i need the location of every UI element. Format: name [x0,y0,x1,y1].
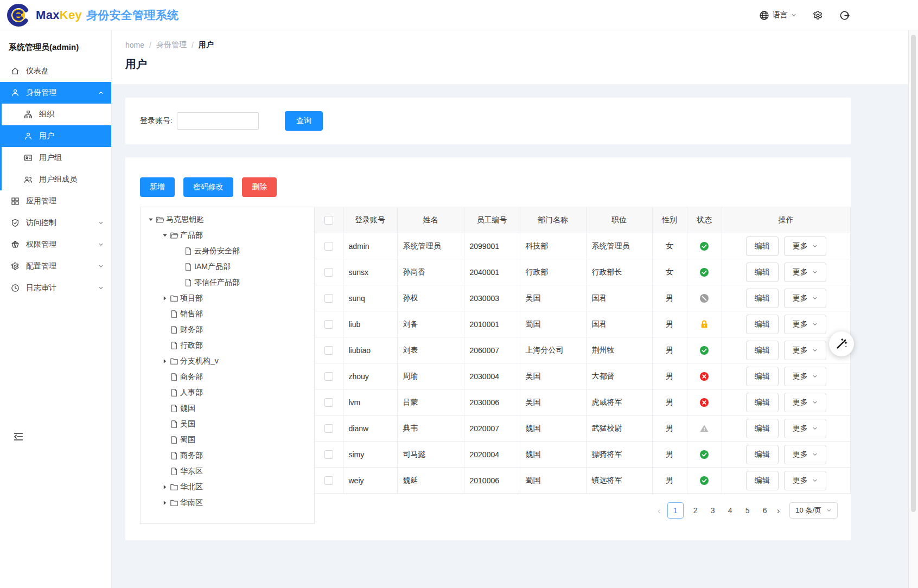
edit-button[interactable]: 编辑 [746,445,779,464]
sidebar-item-组织[interactable]: 组织 [2,104,111,125]
tree-node-华北区[interactable]: 华北区 [141,479,314,495]
prev-page-button[interactable]: ‹ [658,506,661,515]
sidebar-item-权限管理[interactable]: 权限管理 [0,234,111,255]
tree-node-分支机构_v[interactable]: 分支机构_v [141,353,314,369]
table-body: admin系统管理员2099001科技部系统管理员女编辑更多sunsx孙尚香20… [315,233,851,494]
next-page-button[interactable]: › [777,506,780,515]
edit-button[interactable]: 编辑 [746,367,779,386]
sidebar-item-用户[interactable]: 用户 [2,125,111,147]
breadcrumb-item[interactable]: home [125,41,144,49]
cell-actions: 编辑更多 [722,442,851,468]
more-button[interactable]: 更多 [784,289,826,308]
cell-name: 典韦 [397,416,464,442]
caret-right-icon[interactable] [160,500,170,506]
edit-button[interactable]: 编辑 [746,471,779,490]
row-checkbox[interactable] [324,476,333,485]
row-actions: 编辑更多 [722,419,851,438]
edit-button[interactable]: 编辑 [746,315,779,334]
page-number-4[interactable]: 4 [725,506,736,515]
tree-node-产品部[interactable]: 产品部 [141,227,314,243]
tree-node-华南区[interactable]: 华南区 [141,495,314,510]
more-button[interactable]: 更多 [784,445,826,464]
breadcrumb-item[interactable]: 身份管理 [156,40,187,50]
cell-employee_no: 2030003 [464,285,520,311]
file-icon [170,341,178,350]
row-checkbox[interactable] [324,268,333,277]
page-number-5[interactable]: 5 [742,506,753,515]
新增-button[interactable]: 新增 [140,177,175,197]
tree-node-财务部[interactable]: 财务部 [141,322,314,337]
page-size-select[interactable]: 10 条/页 [789,502,838,519]
logout-icon[interactable] [839,10,850,21]
sidebar-item-用户组成员[interactable]: 用户组成员 [2,169,111,190]
row-checkbox[interactable] [324,320,333,329]
table-row: simy司马懿2020004魏国骠骑将军男编辑更多 [315,442,851,468]
密码修改-button[interactable]: 密码修改 [183,177,233,197]
more-button[interactable]: 更多 [784,341,826,360]
tree-node-销售部[interactable]: 销售部 [141,306,314,322]
edit-button[interactable]: 编辑 [746,419,779,438]
tree-node-项目部[interactable]: 项目部 [141,290,314,306]
tree-node-云身份安全部[interactable]: 云身份安全部 [141,243,314,259]
more-button[interactable]: 更多 [784,393,826,412]
cell-login: weiy [343,468,397,494]
page-number-1[interactable]: 1 [667,502,684,519]
settings-gear-icon[interactable] [813,10,823,21]
row-checkbox[interactable] [324,346,333,355]
sidebar-item-用户组[interactable]: 用户组 [2,147,111,169]
caret-right-icon[interactable] [160,296,170,301]
sidebar-item-配置管理[interactable]: 配置管理 [0,255,111,277]
caret-right-icon[interactable] [160,484,170,490]
header-actions: 语言 [759,0,850,30]
row-checkbox[interactable] [324,294,333,303]
tree-node-人事部[interactable]: 人事部 [141,385,314,400]
edit-button[interactable]: 编辑 [746,263,779,282]
folder-icon [170,294,178,303]
more-button[interactable]: 更多 [784,419,826,438]
row-checkbox[interactable] [324,242,333,251]
sidebar-item-应用管理[interactable]: 应用管理 [0,190,111,212]
select-all-checkbox[interactable] [324,216,333,225]
tree-node-魏国[interactable]: 魏国 [141,400,314,416]
floating-assistant-button[interactable] [829,331,854,356]
more-button[interactable]: 更多 [784,471,826,490]
tree-node-马克思钥匙[interactable]: 马克思钥匙 [141,212,314,227]
tree-node-华东区[interactable]: 华东区 [141,463,314,479]
tree-node-商务部[interactable]: 商务部 [141,448,314,463]
more-button[interactable]: 更多 [784,237,826,256]
more-button[interactable]: 更多 [784,263,826,282]
row-checkbox[interactable] [324,424,333,433]
tree-node-零信任产品部[interactable]: 零信任产品部 [141,274,314,290]
row-checkbox[interactable] [324,372,333,381]
page-number-6[interactable]: 6 [760,506,770,515]
language-switcher[interactable]: 语言 [759,10,796,21]
edit-button[interactable]: 编辑 [746,393,779,412]
删除-button[interactable]: 删除 [242,177,277,197]
edit-button[interactable]: 编辑 [746,289,779,308]
query-button[interactable]: 查询 [285,111,323,131]
page-number-2[interactable]: 2 [690,506,701,515]
sidebar-item-访问控制[interactable]: 访问控制 [0,212,111,234]
tree-node-行政部[interactable]: 行政部 [141,337,314,353]
caret-right-icon[interactable] [160,359,170,364]
tree-node-蜀国[interactable]: 蜀国 [141,432,314,448]
more-button[interactable]: 更多 [784,315,826,334]
edit-button[interactable]: 编辑 [746,341,779,360]
caret-down-icon[interactable] [146,217,156,222]
more-button[interactable]: 更多 [784,367,826,386]
tree-node-IAM产品部[interactable]: IAM产品部 [141,259,314,274]
page-number-3[interactable]: 3 [707,506,718,515]
sidebar-item-仪表盘[interactable]: 仪表盘 [0,60,111,82]
sidebar-item-身份管理[interactable]: 身份管理 [2,82,111,104]
edit-button[interactable]: 编辑 [746,237,779,256]
caret-down-icon[interactable] [160,233,170,238]
row-actions: 编辑更多 [722,367,851,386]
login-account-input[interactable] [177,112,259,130]
scrollbar-thumb[interactable] [911,35,916,512]
sidebar-item-日志审计[interactable]: 日志审计 [0,277,111,299]
row-checkbox[interactable] [324,450,333,459]
menu-fold-icon[interactable] [13,431,24,442]
tree-node-吴国[interactable]: 吴国 [141,416,314,432]
tree-node-商务部[interactable]: 商务部 [141,369,314,385]
row-checkbox[interactable] [324,398,333,407]
